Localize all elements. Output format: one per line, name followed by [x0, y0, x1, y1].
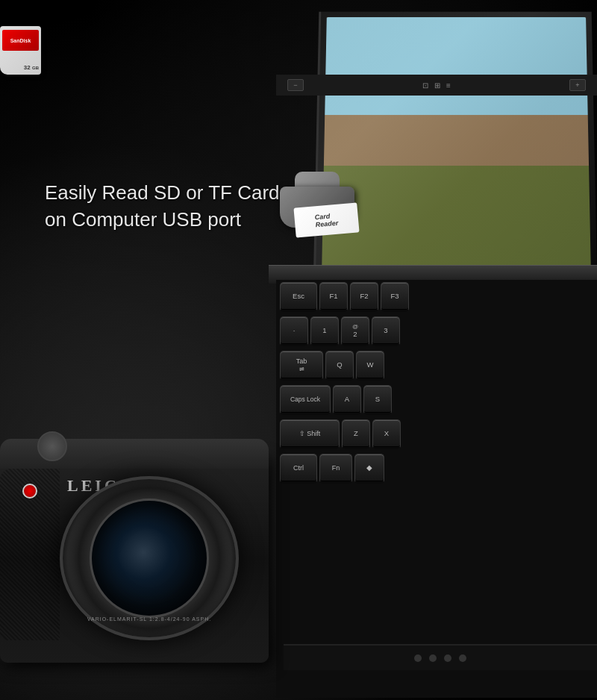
key-x[interactable]: X [372, 419, 401, 449]
keyboard-row-5: ⇧ Shift Z X [276, 417, 597, 451]
leica-logo-dot [22, 484, 37, 499]
keyboard-row-2: · 1 @ 2 3 [276, 314, 597, 349]
key-fn[interactable]: Fn [319, 454, 352, 484]
keyboard-row-3: Tab ⇌ Q W [276, 349, 597, 383]
key-q[interactable]: Q [325, 351, 354, 381]
screen-icon-1: ⊡ [422, 81, 428, 90]
key-z[interactable]: Z [342, 419, 370, 449]
hero-heading: Easily Read SD or TF Card on Computer US… [45, 179, 280, 234]
laptop-bottom-bar [284, 644, 597, 670]
screen-minus-button[interactable]: − [287, 79, 304, 91]
card-reader: CardReader [269, 172, 366, 239]
key-f2[interactable]: F2 [350, 282, 378, 312]
keyboard-row-6: Ctrl Fn ◆ [276, 451, 597, 486]
camera-body: LEICA VARIO-ELMARIT-SL 1:2.8-4/24-90 ASP… [0, 454, 269, 663]
screen-top-bar: − ⊡ ⊞ ≡ + [276, 75, 597, 96]
lens-inner [90, 499, 209, 618]
key-3[interactable]: 3 [372, 316, 400, 346]
sd-card-brand-label: SanDisk [2, 30, 39, 51]
hero-line-2: on Computer USB port [45, 208, 241, 231]
sd-card-size: 32 GB [24, 64, 39, 71]
laptop-keyboard: Esc F1 F2 F3 · 1 @ 2 3 Tab ⇌ Q W Caps Lo… [276, 280, 597, 698]
key-2[interactable]: @ 2 [341, 316, 369, 346]
hero-text-block: Easily Read SD or TF Card on Computer US… [45, 179, 280, 234]
screen-plus-button[interactable]: + [569, 79, 586, 91]
scene: − ⊡ ⊞ ≡ + Esc F1 F2 F3 · 1 @ 2 3 [0, 0, 597, 700]
speaker-dot-2 [429, 654, 437, 662]
keyboard-row-1: Esc F1 F2 F3 [276, 280, 597, 314]
key-1[interactable]: 1 [310, 316, 339, 346]
card-reader-label: CardReader [293, 202, 359, 237]
key-esc[interactable]: Esc [280, 282, 317, 312]
key-f3[interactable]: F3 [381, 282, 409, 312]
card-reader-body: CardReader [280, 187, 354, 228]
screen-bar-icons: ⊡ ⊞ ≡ [422, 81, 451, 90]
screen-icon-3: ≡ [446, 81, 451, 90]
key-w[interactable]: W [356, 351, 384, 381]
screen-icon-2: ⊞ [434, 81, 440, 90]
camera-dial [37, 431, 67, 461]
key-win[interactable]: ◆ [354, 454, 384, 484]
speaker-dot-3 [444, 654, 451, 662]
keyboard-row-4: Caps Lock A S [276, 383, 597, 417]
lens-text: VARIO-ELMARIT-SL 1:2.8-4/24-90 ASPH. [71, 616, 228, 622]
camera-lens [60, 476, 239, 640]
speaker-dot-4 [459, 654, 466, 662]
key-f1[interactable]: F1 [319, 282, 348, 312]
speaker-dot-1 [414, 654, 422, 662]
sd-card: SanDisk 32 GB [0, 26, 41, 75]
key-s[interactable]: S [363, 385, 392, 415]
camera-container: LEICA VARIO-ELMARIT-SL 1:2.8-4/24-90 ASP… [0, 401, 321, 685]
key-a[interactable]: A [333, 385, 361, 415]
hero-line-1: Easily Read SD or TF Card [45, 181, 280, 204]
key-tab[interactable]: Tab ⇌ [280, 351, 323, 381]
key-backtick[interactable]: · [280, 316, 308, 346]
